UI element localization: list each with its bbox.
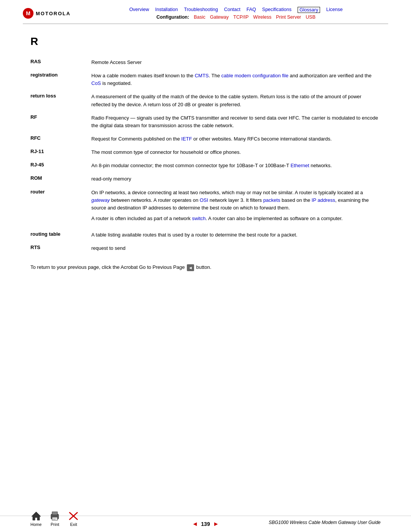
term-registration: registration [30,70,91,91]
footer-note: To return to your previous page, click t… [30,264,381,271]
link-cable-modem-config[interactable]: cable modem configuration file [221,73,288,78]
def-rfc: Request for Comments published on the IE… [91,133,381,147]
page-number: 139 [201,521,210,527]
table-row: RJ-45 An 8-pin modular connector; the mo… [30,160,381,173]
link-switch[interactable]: switch [192,216,206,221]
link-packets[interactable]: packets [263,197,280,203]
term-router: router [30,187,91,230]
nav-config-usb[interactable]: USB [306,14,315,20]
header: M MOTOROLA Overview Installation Trouble… [0,0,411,20]
nav-config-tcpip[interactable]: TCP/IP [233,14,249,20]
footer-center: ◄ 139 ► [192,521,219,527]
motorola-logo: M MOTOROLA [23,8,71,19]
nav-config-basic[interactable]: Basic [194,14,206,20]
term-return-loss: return loss [30,91,91,112]
home-button[interactable]: Home [30,511,41,527]
def-registration: How a cable modem makes itself known to … [91,70,381,91]
main-content: R RAS Remote Access Server registration … [0,24,411,516]
footer-note-end: button. [196,264,212,270]
link-osi[interactable]: OSI [200,197,208,203]
svg-rect-6 [53,518,57,519]
motorola-logo-text: MOTOROLA [36,11,71,16]
print-button[interactable]: Print [49,511,61,527]
doc-title-text: SBG1000 Wireless Cable Modem Gateway Use… [269,520,381,525]
header-top: M MOTOROLA Overview Installation Trouble… [23,7,388,20]
def-return-loss: A measurement of the quality of the matc… [91,91,381,112]
page-wrapper: M MOTOROLA Overview Installation Trouble… [0,0,411,532]
link-cos[interactable]: CoS [91,80,101,86]
prev-page-icon[interactable]: ◄ [187,264,194,272]
table-row: RJ-11 The most common type of connector … [30,147,381,160]
svg-rect-7 [53,519,56,520]
nav-overview[interactable]: Overview [129,7,149,13]
page-footer: Home Print Exit ◄ [0,516,411,532]
link-cmts[interactable]: CMTS [195,73,209,78]
term-rom: ROM [30,173,91,187]
footer-doc-title: SBG1000 Wireless Cable Modem Gateway Use… [269,520,381,525]
term-rf: RF [30,112,91,133]
nav-contact[interactable]: Contact [224,7,241,13]
home-label: Home [30,522,41,527]
term-rfc: RFC [30,133,91,147]
nav-faq[interactable]: FAQ [247,7,256,13]
def-rom: read-only memory [91,173,381,187]
svg-rect-4 [52,512,57,515]
def-rts: request to send [91,243,381,256]
link-ethernet[interactable]: Ethernet [290,163,309,168]
link-ip-address[interactable]: IP address [312,197,335,203]
prev-page-arrow[interactable]: ◄ [192,521,198,527]
def-rj11: The most common type of connector for ho… [91,147,381,160]
term-rts: RTS [30,243,91,256]
nav-config-printserver[interactable]: Print Server [276,14,301,20]
nav-installation[interactable]: Installation [155,7,178,13]
table-row: router On IP networks, a device connecti… [30,187,381,230]
def-rj45: An 8-pin modular connector; the most com… [91,160,381,173]
nav-config-gateway[interactable]: Gateway [210,14,229,20]
term-rj45: RJ-45 [30,160,91,173]
table-row: registration How a cable modem makes its… [30,70,381,91]
logo-area: M MOTOROLA [23,8,84,19]
nav-license[interactable]: License [326,7,342,13]
print-label: Print [51,522,59,527]
nav-top: Overview Installation Troubleshooting Co… [129,7,343,13]
table-row: RFC Request for Comments published on th… [30,133,381,147]
next-page-arrow[interactable]: ► [213,521,219,527]
def-ras: Remote Access Server [91,57,381,70]
glossary-table: RAS Remote Access Server registration Ho… [30,57,381,256]
table-row: RF Radio Frequency — signals used by the… [30,112,381,133]
exit-button[interactable]: Exit [68,511,79,527]
link-gateway[interactable]: gateway [91,197,110,203]
nav-specifications[interactable]: Specifications [262,7,292,13]
table-row: return loss A measurement of the quality… [30,91,381,112]
svg-rect-5 [52,517,57,520]
def-rf: Radio Frequency — signals used by the CM… [91,112,381,133]
motorola-logo-icon: M [23,8,33,19]
exit-label: Exit [70,522,77,527]
table-row: routing table A table listing available … [30,229,381,243]
svg-text:M: M [26,10,30,16]
nav-bottom: Configuration: Basic Gateway TCP/IP Wire… [156,14,315,20]
nav-config-label: Configuration: [156,14,189,20]
term-rj11: RJ-11 [30,147,91,160]
link-ietf[interactable]: IETF [181,136,192,142]
term-ras: RAS [30,57,91,70]
svg-marker-2 [32,512,41,520]
term-routing-table: routing table [30,229,91,243]
nav-troubleshooting[interactable]: Troubleshooting [184,7,218,13]
footer-note-text: To return to your previous page, click t… [30,264,185,270]
table-row: RTS request to send [30,243,381,256]
table-row: ROM read-only memory [30,173,381,187]
section-letter: R [30,35,381,48]
nav-area: Overview Installation Troubleshooting Co… [84,7,388,20]
nav-config-wireless[interactable]: Wireless [253,14,271,20]
def-routing-table: A table listing available routes that is… [91,229,381,243]
nav-glossary[interactable]: Glossary [298,7,320,13]
def-router: On IP networks, a device connecting at l… [91,187,381,230]
footer-nav-icons: Home Print Exit [30,511,79,527]
table-row: RAS Remote Access Server [30,57,381,70]
